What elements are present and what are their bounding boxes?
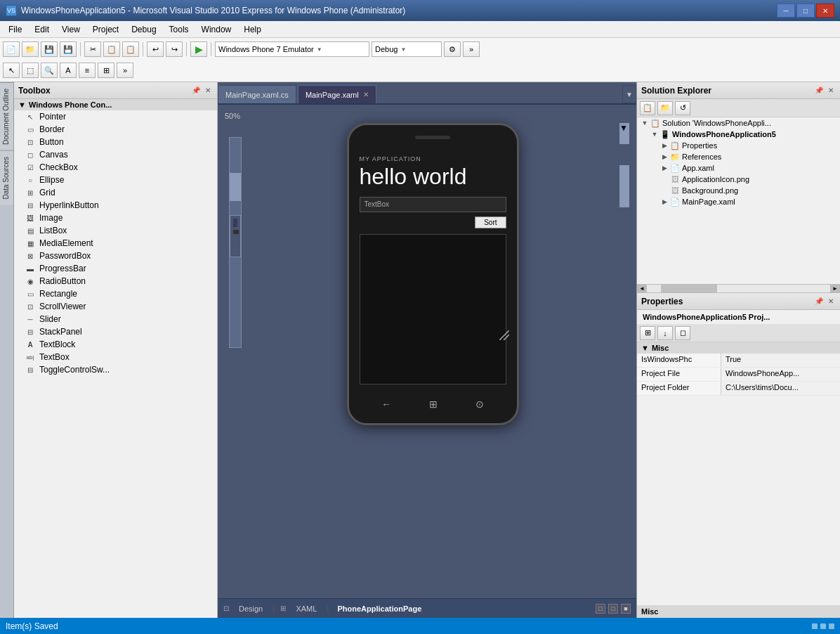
scrollbar-thumb[interactable] [619,165,629,207]
hscroll-right[interactable]: ► [830,285,840,292]
tool-radiobutton[interactable]: ◉ RadioButton [14,275,217,287]
select-button[interactable]: ⬚ [22,63,39,78]
menu-view[interactable]: View [56,23,86,36]
menu-tools[interactable]: Tools [164,23,195,36]
prop-categories-btn[interactable]: ⊞ [640,326,655,340]
design-scrollbar[interactable]: ▲ ▼ [619,123,629,144]
phone-back-button[interactable]: ← [381,399,391,410]
projectfolder-value[interactable]: C:\Users\tims\Docu... [721,382,840,395]
data-sources-tab[interactable]: Data Sources [0,150,13,205]
tree-appicon-node[interactable]: 🖼 ApplicationIcon.png [637,174,840,185]
tool-rectangle[interactable]: ▭ Rectangle [14,287,217,300]
format-button[interactable]: ≡ [79,63,96,78]
ruler-thumb[interactable] [230,173,241,201]
tool-passwordbox[interactable]: ⊠ PasswordBox [14,250,217,262]
solution-root-node[interactable]: ▼ 📋 Solution 'WindowsPhoneAppli... [637,117,840,129]
properties-pin-button[interactable]: 📌 [814,297,824,306]
maximize-button[interactable]: □ [796,4,815,18]
menu-debug[interactable]: Debug [126,23,162,36]
menu-help[interactable]: Help [238,23,267,36]
solution-hscrollbar[interactable]: ◄ ► [637,284,840,292]
toolbox-pin-button[interactable]: 📌 [191,86,201,96]
hscroll-thumb[interactable] [661,285,717,292]
iswindowsphc-value[interactable]: True [721,354,840,367]
run-button[interactable]: ▶ [190,41,207,57]
phone-windows-button[interactable]: ⊞ [429,399,438,410]
properties-expander[interactable]: ▶ [659,141,669,150]
prop-alphabetical-btn[interactable]: ↓ [657,326,673,340]
sol-tool-btn-2[interactable]: 📁 [657,101,673,115]
menu-project[interactable]: Project [87,23,124,36]
toolbox-category[interactable]: ▼ Windows Phone Con... [14,99,217,110]
solution-expander[interactable]: ▼ [640,118,650,128]
close-button[interactable]: ✕ [816,4,834,18]
tool-button[interactable]: ⊡ Button [14,136,217,148]
tool-listbox[interactable]: ▤ ListBox [14,224,217,237]
tree-background-node[interactable]: 🖼 Background.png [637,185,840,196]
tool-canvas[interactable]: ◻ Canvas [14,148,217,161]
design-ctrl-3[interactable]: ■ [621,604,631,614]
zoom-button[interactable]: 🔍 [41,63,58,78]
tab-mainpage-cs[interactable]: MainPage.xaml.cs [218,85,296,103]
resize-handle[interactable] [499,330,509,342]
tool-togglecontrolsw[interactable]: ⊟ ToggleControlSw... [14,363,217,376]
settings-button[interactable]: ⚙ [444,41,461,57]
sol-refresh-btn[interactable]: ↺ [675,101,690,115]
mainpage-expander[interactable]: ▶ [659,197,669,207]
tool-hyperlinkbutton[interactable]: ⊟ HyperlinkButton [14,199,217,212]
tab-overflow-button[interactable]: ▼ [622,85,636,103]
document-outline-tab[interactable]: Document Outline [0,82,13,150]
tool-checkbox[interactable]: ☑ CheckBox [14,161,217,174]
redo-button[interactable]: ↪ [166,41,183,57]
tool-border[interactable]: ▭ Border [14,123,217,136]
debug-dropdown[interactable]: Debug ▼ [372,41,442,57]
tool-grid[interactable]: ⊞ Grid [14,186,217,199]
project-node[interactable]: ▼ 📱 WindowsPhoneApplication5 [637,129,840,140]
toolbox-close-button[interactable]: ✕ [203,86,213,96]
phone-sort-button[interactable]: Sort [475,216,506,228]
tab-mainpage-xaml[interactable]: MainPage.xaml ✕ [298,85,376,103]
scrollbar-bottom-btn[interactable]: ▼ [619,123,629,144]
solution-explorer-close-button[interactable]: ✕ [826,86,836,96]
sol-tool-btn-1[interactable]: 📋 [640,101,655,115]
align-button[interactable]: ⊞ [98,63,114,78]
tool-ellipse[interactable]: ○ Ellipse [14,174,217,186]
tool-textbox[interactable]: ab| TextBox [14,351,217,363]
menu-file[interactable]: File [3,23,27,36]
phone-textbox[interactable]: TextBox [360,197,506,212]
menu-window[interactable]: Window [196,23,237,36]
design-ctrl-2[interactable]: □ [608,604,618,614]
save-button[interactable]: 💾 [41,41,58,57]
tree-properties-node[interactable]: ▶ 📋 Properties [637,140,840,151]
tool-progressbar[interactable]: ▬ ProgressBar [14,262,217,275]
tree-references-node[interactable]: ▶ 📁 References [637,151,840,162]
design-tab-button[interactable]: Design [235,603,267,614]
tab-close-button[interactable]: ✕ [363,91,369,98]
solution-explorer-pin-button[interactable]: 📌 [814,86,824,96]
properties-close-button[interactable]: ✕ [826,297,836,306]
emulator-dropdown[interactable]: Windows Phone 7 Emulator ▼ [215,41,369,57]
undo-button[interactable]: ↩ [147,41,164,57]
tool-stackpanel[interactable]: ⊟ StackPanel [14,325,217,338]
appxaml-expander[interactable]: ▶ [659,163,669,173]
tool-textblock[interactable]: A TextBlock [14,338,217,351]
xaml-tab-button[interactable]: XAML [291,603,321,614]
copy-button[interactable]: 📋 [103,41,120,57]
more-button[interactable]: » [117,63,133,78]
extra-button[interactable]: » [463,41,480,57]
cut-button[interactable]: ✂ [84,41,101,57]
ptr-button[interactable]: ↖ [3,63,20,78]
new-project-button[interactable]: 📄 [3,41,20,57]
tool-mediaelement[interactable]: ▦ MediaElement [14,237,217,250]
tree-appxaml-node[interactable]: ▶ 📄 App.xaml [637,162,840,174]
hscroll-left[interactable]: ◄ [637,285,647,292]
tool-scrollviewer[interactable]: ⊡ ScrollViewer [14,300,217,313]
references-expander[interactable]: ▶ [659,152,669,162]
minimize-button[interactable]: ─ [777,4,795,18]
design-ctrl-1[interactable]: □ [596,604,605,614]
tool-image[interactable]: 🖼 Image [14,212,217,224]
tool-pointer[interactable]: ↖ Pointer [14,110,217,123]
tree-mainpage-node[interactable]: ▶ 📄 MainPage.xaml [637,196,840,207]
project-expander[interactable]: ▼ [650,129,659,139]
text-button[interactable]: A [60,63,77,78]
